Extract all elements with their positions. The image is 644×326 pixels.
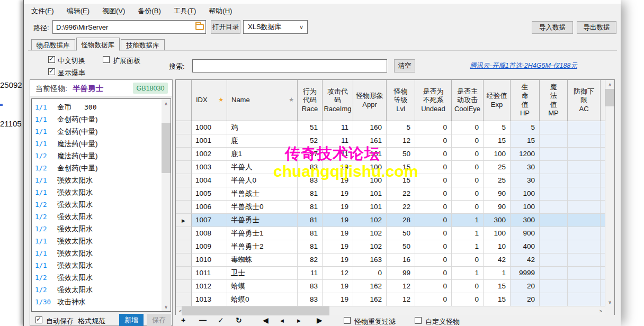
row-overflow-cell[interactable] — [601, 121, 605, 134]
cell-idx[interactable]: 1005 — [192, 187, 227, 201]
cell-ac[interactable] — [568, 201, 601, 214]
cell-exp[interactable]: 100 — [484, 227, 511, 240]
cell-lvl[interactable]: 50 — [387, 227, 415, 240]
table-row[interactable]: 1000鸡511116050055 — [176, 121, 605, 134]
cell-lvl[interactable]: 5 — [387, 121, 415, 134]
cell-exp[interactable]: 15 — [484, 134, 511, 148]
cell-undead[interactable]: 0 — [415, 253, 452, 267]
cell-idx[interactable]: 1003 — [192, 161, 227, 174]
cell-raceimg[interactable]: 12 — [323, 267, 353, 280]
cell-cooleye[interactable]: 1 — [452, 240, 484, 253]
cell-mp[interactable] — [540, 293, 568, 306]
autosave-checkbox[interactable] — [35, 316, 42, 323]
cell-undead[interactable]: 0 — [415, 134, 452, 148]
menu-item[interactable]: 工具(T) — [167, 5, 203, 16]
row-overflow-cell[interactable] — [601, 240, 605, 253]
cell-mp[interactable] — [540, 240, 568, 253]
drop-list-item[interactable]: 1/1强效太阳水 — [32, 259, 161, 271]
row-selector-cell[interactable] — [176, 148, 192, 161]
cell-raceimg[interactable]: 19 — [323, 253, 353, 267]
grid-vertical-scrollbar[interactable]: ∧ ∨ — [605, 80, 614, 306]
cell-ac[interactable] — [568, 134, 601, 148]
drop-list-item[interactable]: 1/2金创药(中量) — [32, 162, 161, 174]
cell-cooleye[interactable]: 0 — [452, 161, 484, 174]
column-header-cooleye[interactable]: 是否主 动攻击 CoolEye — [452, 80, 484, 121]
cell-raceimg[interactable]: 19 — [323, 293, 353, 306]
cell-ac[interactable] — [568, 293, 601, 306]
cell-hp[interactable]: 100 — [511, 201, 540, 214]
column-header-idx[interactable]: IDX★ — [192, 80, 227, 121]
cell-hp[interactable]: 9999 — [511, 267, 540, 280]
row-selector-cell[interactable] — [176, 280, 192, 293]
cell-idx[interactable]: 1008 — [192, 227, 227, 240]
first-record-button[interactable]: ◀ — [263, 316, 269, 324]
table-row[interactable]: 1011卫士11120990119999 — [176, 267, 605, 280]
menu-item[interactable]: 文件(F) — [31, 5, 60, 16]
cell-hp[interactable]: 30 — [511, 161, 540, 174]
cell-lvl[interactable]: 12 — [387, 134, 415, 148]
last-record-button[interactable]: ▶ — [317, 316, 323, 324]
column-header-hp[interactable]: 生 命 值 HP — [511, 80, 540, 121]
cell-mp[interactable] — [540, 227, 568, 240]
scroll-right-icon[interactable]: > — [596, 306, 605, 315]
row-overflow-cell[interactable] — [601, 267, 605, 280]
cell-raceimg[interactable]: 19 — [323, 201, 353, 214]
next-record-button[interactable]: ▶ — [297, 318, 301, 323]
cell-race[interactable]: 11 — [298, 267, 323, 280]
cell-race[interactable]: 83 — [298, 293, 323, 306]
cell-mp[interactable] — [540, 174, 568, 187]
cell-race[interactable]: 81 — [298, 214, 323, 227]
refresh-button[interactable]: ↻ — [236, 316, 242, 324]
drop-list-item[interactable]: 1/2强效太阳水 — [32, 271, 161, 284]
cell-name[interactable]: 卫士 — [227, 267, 298, 280]
cell-lvl[interactable]: 28 — [387, 214, 415, 227]
cell-undead[interactable]: 0 — [415, 148, 452, 161]
cell-hp[interactable]: 42 — [511, 253, 540, 267]
cell-appr[interactable]: 101 — [353, 201, 387, 214]
drop-list-item[interactable]: 1/1金创药(中量) — [32, 125, 161, 138]
cell-idx[interactable]: 1001 — [192, 134, 227, 148]
cell-appr[interactable]: 102 — [353, 240, 387, 253]
drop-list-item[interactable]: 1/2强效太阳水 — [32, 198, 161, 211]
cell-undead[interactable]: 0 — [415, 293, 452, 306]
cell-cooleye[interactable]: 0 — [452, 121, 484, 134]
drop-list-item[interactable]: 1/1金创药(中量) — [32, 113, 161, 125]
column-header-lvl[interactable]: 怪物 等级 Lvl — [387, 80, 415, 121]
cell-ac[interactable] — [568, 227, 601, 240]
expand-panel-checkbox[interactable] — [103, 56, 110, 63]
cell-ac[interactable] — [568, 280, 601, 293]
drop-list-item[interactable]: 1/1魔法药(中量) — [32, 138, 161, 150]
table-row[interactable]: 1010毒蜘蛛821916316004242 — [176, 253, 605, 267]
chinese-toggle-checkbox[interactable] — [48, 56, 55, 63]
cell-idx[interactable]: 1007 — [192, 214, 227, 227]
delete-record-button[interactable]: — — [199, 316, 207, 324]
cell-race[interactable]: 51 — [298, 121, 323, 134]
cell-exp[interactable]: 25 — [484, 174, 511, 187]
column-header-name[interactable]: Name★ — [227, 80, 298, 121]
cell-appr[interactable]: 162 — [353, 280, 387, 293]
cell-hp[interactable]: 400 — [511, 240, 540, 253]
drop-list-item[interactable]: 1/1强效太阳水 — [32, 235, 161, 247]
cell-lvl[interactable]: 12 — [387, 280, 415, 293]
cell-lvl[interactable]: 22 — [387, 187, 415, 201]
cell-name[interactable]: 蛤蟆0 — [227, 293, 298, 306]
row-selector-cell[interactable] — [176, 293, 192, 306]
table-row[interactable]: 1001鹿521116112001515 — [176, 134, 605, 148]
cell-lvl[interactable]: 99 — [387, 267, 415, 280]
cell-appr[interactable]: 102 — [353, 214, 387, 227]
clear-search-button[interactable]: 清空 — [394, 59, 415, 73]
row-selector-cell[interactable] — [176, 240, 192, 253]
row-overflow-cell[interactable] — [601, 293, 605, 306]
row-overflow-cell[interactable] — [601, 148, 605, 161]
cell-race[interactable]: 81 — [298, 201, 323, 214]
cell-hp[interactable]: 300 — [511, 214, 540, 227]
append-record-button[interactable]: + — [181, 316, 185, 324]
cell-hp[interactable]: 30 — [511, 174, 540, 187]
cell-mp[interactable] — [540, 148, 568, 161]
row-selector-cell[interactable] — [176, 267, 192, 280]
cell-exp[interactable]: 100 — [484, 148, 511, 161]
row-overflow-cell[interactable] — [601, 253, 605, 267]
cell-lvl[interactable]: 12 — [387, 293, 415, 306]
row-selector-cell[interactable] — [176, 201, 192, 214]
ad-link[interactable]: 腾讯云-开服1首选-2H4G5M-仅188元 — [470, 61, 577, 70]
